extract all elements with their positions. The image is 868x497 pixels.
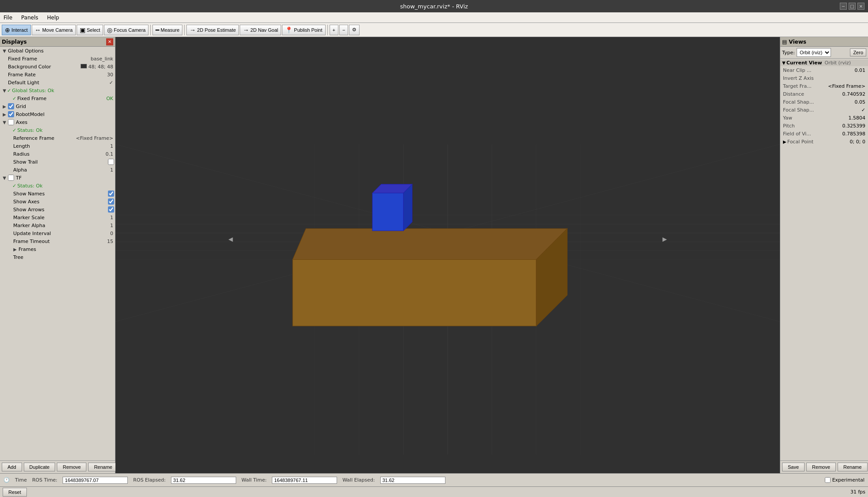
view-prop-focal-point[interactable]: ▶ Focal Point 0; 0; 0 [780,138,868,146]
global-options-item[interactable]: ▼ Global Options [0,47,115,55]
reset-button[interactable]: Reset [3,488,27,497]
tf-show-arrows-item[interactable]: Show Arrows [0,206,115,213]
add-button[interactable]: Add [2,463,22,471]
frame-rate-value: 30 [107,72,115,78]
wall-time-value[interactable] [272,477,337,484]
tf-marker-scale-item[interactable]: Marker Scale 1 [0,213,115,221]
background-color-item[interactable]: Background Color 48; 48; 48 [0,63,115,71]
grid-checkbox[interactable] [8,103,14,109]
toolbar-separator-3 [327,25,328,35]
ros-time-value[interactable] [63,477,128,484]
global-status-check: ✓ [7,88,11,93]
measure-button[interactable]: ━ Measure [152,25,182,35]
minimize-button[interactable]: ─ [840,3,847,10]
axes-item[interactable]: ▼ Axes [0,118,115,126]
window-controls[interactable]: ─ □ ✕ [840,3,864,10]
tf-frame-timeout-item[interactable]: Frame Timeout 15 [0,237,115,245]
axes-length-item[interactable]: Length 1 [0,142,115,150]
tf-show-names-checkbox[interactable] [108,191,114,197]
axes-ref-frame-item[interactable]: Reference Frame <Fixed Frame> [0,134,115,142]
duplicate-button[interactable]: Duplicate [24,463,56,471]
toolbar-separator-1 [150,25,151,35]
view-prop-fov[interactable]: Field of Vi... 0.785398 [780,130,868,138]
view-prop-yaw[interactable]: Yaw 1.5804 [780,114,868,122]
remove-button[interactable]: Remove [57,463,86,471]
robot-model-checkbox[interactable] [8,111,14,117]
tf-show-axes-checkbox[interactable] [108,198,114,205]
publish-point-button[interactable]: 📍 Publish Point [282,25,325,35]
rename-button[interactable]: Rename [88,463,118,471]
menu-file[interactable]: File [2,14,14,21]
current-view-arrow: ▼ [782,60,786,65]
view-prop-target-frame[interactable]: Target Fra... <Fixed Frame> [780,82,868,90]
tf-checkbox[interactable] [8,175,14,181]
views-remove-button[interactable]: Remove [806,463,836,471]
fixed-frame-status-item[interactable]: ✓ Fixed Frame OK [0,94,115,102]
axes-status-item[interactable]: ✓ Status: Ok [0,126,115,134]
toolbar-extra-2[interactable]: − [339,25,348,35]
axes-radius-item[interactable]: Radius 0.1 [0,150,115,158]
svg-marker-22 [372,193,403,231]
select-button[interactable]: ▣ Select [77,25,104,35]
view-prop-focal-shape-2[interactable]: Focal Shap... ✓ [780,106,868,114]
tf-status-item[interactable]: ✓ Status: Ok [0,182,115,190]
robot-model-item[interactable]: ▶ RobotModel [0,110,115,118]
axes-show-trail-checkbox[interactable] [108,159,114,165]
publish-point-icon: 📍 [285,26,293,34]
near-clip-label: Near Clip ... [783,67,855,73]
view-prop-invert-z[interactable]: Invert Z Axis [780,74,868,82]
axes-show-trail-item[interactable]: Show Trail [0,158,115,166]
ros-elapsed-value[interactable] [171,477,236,484]
menu-panels[interactable]: Panels [19,14,40,21]
close-button[interactable]: ✕ [857,3,864,10]
frame-rate-item[interactable]: Frame Rate 30 [0,71,115,78]
current-view-header[interactable]: ▼ Current View Orbit (rviz) [780,60,868,66]
tf-tree-item[interactable]: Tree [0,253,115,261]
menu-help[interactable]: Help [45,14,61,21]
views-type-select[interactable]: Orbit (rviz) [797,48,831,57]
default-light-item[interactable]: Default Light ✓ [0,78,115,86]
views-rename-button[interactable]: Rename [838,463,868,471]
current-view-label: Current View [786,60,822,66]
wall-elapsed-label: Wall Elapsed: [342,477,375,483]
background-color-label: Background Color [7,64,81,70]
move-camera-button[interactable]: ↔ Move Camera [32,25,76,35]
wall-elapsed-value[interactable] [380,477,445,484]
experimental-label: Experimental [832,477,864,483]
axes-alpha-item[interactable]: Alpha 1 [0,166,115,174]
displays-close-button[interactable]: ✕ [106,38,113,45]
tf-show-axes-item[interactable]: Show Axes [0,198,115,206]
toolbar-extra-3[interactable]: ⚙ [349,25,360,35]
tf-marker-alpha-item[interactable]: Marker Alpha 1 [0,221,115,229]
views-save-button[interactable]: Save [782,463,805,471]
view-prop-focal-shape-1[interactable]: Focal Shap... 0.05 [780,98,868,106]
view-prop-pitch[interactable]: Pitch 0.325399 [780,122,868,130]
tf-show-names-item[interactable]: Show Names [0,190,115,198]
title-bar: show_mycar.rviz* - RViz ─ □ ✕ [0,0,868,12]
view-prop-distance[interactable]: Distance 0.740592 [780,90,868,98]
tf-update-interval-item[interactable]: Update Interval 0 [0,229,115,237]
views-zero-button[interactable]: Zero [850,49,866,56]
bottom-bar: Reset 31 fps [0,486,868,497]
tf-frames-item[interactable]: ▶ Frames [0,245,115,253]
toolbar-extra-1[interactable]: + [330,25,338,35]
grid-item[interactable]: ▶ Grid [0,102,115,110]
experimental-checkbox[interactable] [825,477,831,483]
fixed-frame-item[interactable]: Fixed Frame base_link [0,55,115,63]
tf-item[interactable]: ▼ TF [0,174,115,182]
interact-button[interactable]: ⊕ Interact [2,25,31,35]
3d-viewport[interactable] [115,37,780,473]
tf-status-check: ✓ [12,183,16,189]
axes-checkbox[interactable] [8,119,14,125]
pose-estimate-button[interactable]: → 2D Pose Estimate [186,25,239,35]
focal-point-arrow: ▶ [783,139,786,144]
views-title: Views [789,39,806,45]
axes-status-label: Status: Ok [16,127,115,133]
maximize-button[interactable]: □ [849,3,856,10]
focus-camera-button[interactable]: ◎ Focus Camera [104,25,148,35]
view-prop-near-clip[interactable]: Near Clip ... 0.01 [780,66,868,74]
axes-ref-frame-label: Reference Frame [12,135,76,141]
global-status-item[interactable]: ▼ ✓ Global Status: Ok [0,86,115,94]
nav-goal-button[interactable]: → 2D Nav Goal [240,25,281,35]
tf-show-arrows-checkbox[interactable] [108,206,114,213]
